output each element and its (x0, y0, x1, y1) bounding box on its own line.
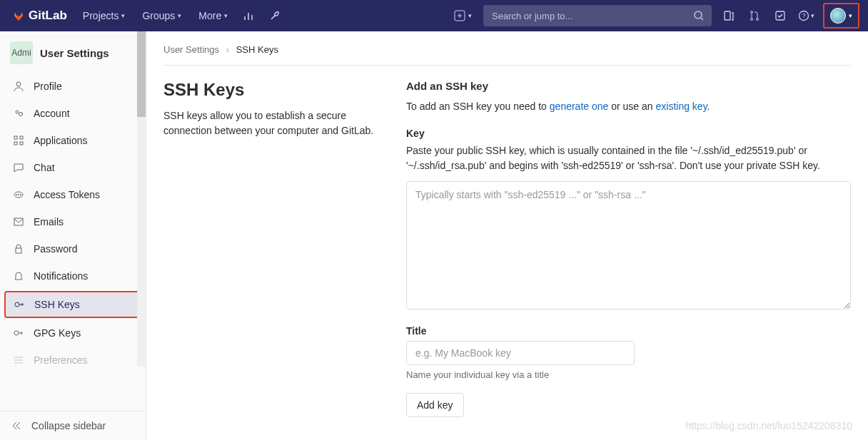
search-input[interactable] (483, 5, 712, 26)
sidebar-item-access-tokens[interactable]: Access Tokens (0, 181, 146, 208)
key-title-input[interactable] (406, 341, 635, 365)
help-icon: ? (798, 10, 809, 21)
add-key-button[interactable]: Add key (406, 393, 464, 417)
chart-icon (243, 10, 255, 21)
profile-icon (12, 81, 25, 92)
chevrons-left-icon (10, 420, 23, 431)
breadcrumb: User Settings › SSH Keys (163, 44, 851, 66)
nav-merge-requests-icon[interactable] (742, 0, 767, 31)
nav-projects[interactable]: Projects▾ (74, 0, 134, 31)
nav-activity-icon[interactable] (236, 0, 262, 31)
issues-icon (723, 10, 735, 21)
sidebar-item-gpg-keys[interactable]: GPG Keys (0, 319, 146, 347)
breadcrumb-root[interactable]: User Settings (163, 44, 219, 55)
sidebar-item-chat[interactable]: Chat (0, 154, 146, 181)
merge-request-icon (749, 10, 760, 21)
nav-user-menu[interactable]: ▾ (823, 3, 859, 29)
sidebar-avatar: Admi (10, 41, 33, 64)
svg-point-4 (751, 19, 753, 21)
nav-plus[interactable]: ▾ (447, 10, 479, 21)
sidebar-item-applications[interactable]: Applications (0, 127, 146, 154)
svg-rect-21 (16, 248, 21, 253)
svg-rect-14 (14, 142, 17, 145)
svg-rect-2 (725, 11, 730, 20)
sidebar-item-account[interactable]: Account (0, 100, 146, 127)
lock-icon (12, 243, 25, 255)
sidebar-item-emails[interactable]: Emails (0, 208, 146, 235)
sidebar-scroll-thumb[interactable] (137, 31, 146, 117)
svg-point-22 (15, 302, 19, 307)
nav-more[interactable]: More▾ (190, 0, 236, 31)
svg-point-10 (16, 111, 19, 113)
ssh-key-textarea[interactable] (406, 181, 851, 309)
chevron-down-icon: ▾ (468, 12, 472, 19)
bell-icon (12, 270, 25, 282)
svg-rect-20 (14, 218, 23, 225)
key-field-label: Key (406, 128, 851, 139)
chevron-right-icon: › (226, 44, 229, 55)
svg-point-18 (18, 194, 19, 195)
sidebar-item-notifications[interactable]: Notifications (0, 262, 146, 290)
key-icon (13, 299, 26, 310)
sidebar-item-profile[interactable]: Profile (0, 73, 146, 100)
breadcrumb-current: SSH Keys (236, 44, 278, 55)
sidebar: Admi User Settings Profile Account Appli… (0, 31, 146, 440)
apps-icon (12, 135, 25, 146)
nav-issues-icon[interactable] (716, 0, 742, 31)
generate-key-link[interactable]: generate one (550, 101, 609, 112)
svg-point-17 (16, 194, 17, 195)
gitlab-icon (13, 10, 24, 21)
nav-todos-icon[interactable] (767, 0, 793, 31)
sidebar-item-password[interactable]: Password (0, 235, 146, 262)
nav-search (483, 5, 712, 26)
svg-point-23 (14, 331, 19, 335)
chevron-down-icon: ▾ (811, 12, 814, 19)
title-help-text: Name your individual key via a title (406, 369, 851, 380)
key-icon (12, 327, 25, 339)
search-icon[interactable] (693, 10, 705, 24)
form-heading: Add an SSH key (406, 80, 851, 92)
svg-point-5 (757, 19, 759, 21)
chevron-down-icon: ▾ (849, 12, 852, 19)
svg-rect-12 (14, 136, 17, 139)
svg-rect-15 (20, 142, 23, 145)
chevron-down-icon: ▾ (178, 12, 181, 19)
svg-point-9 (16, 82, 21, 86)
main-content: User Settings › SSH Keys SSH Keys SSH ke… (146, 31, 868, 440)
avatar (830, 8, 846, 24)
brand-text: GitLab (29, 9, 67, 23)
sidebar-header: Admi User Settings (0, 31, 146, 73)
svg-rect-13 (20, 136, 23, 139)
svg-text:?: ? (802, 12, 805, 19)
wrench-icon (269, 10, 281, 21)
chevron-down-icon: ▾ (121, 12, 125, 19)
sidebar-item-preferences[interactable]: Preferences (0, 347, 146, 374)
nav-help-icon[interactable]: ?▾ (793, 0, 819, 31)
gitlab-logo[interactable]: GitLab (6, 9, 74, 23)
plus-square-icon (454, 10, 465, 21)
collapse-sidebar[interactable]: Collapse sidebar (0, 411, 146, 440)
key-help-text: Paste your public SSH key, which is usua… (406, 143, 851, 174)
existing-key-link[interactable]: existing key (656, 101, 707, 112)
svg-point-1 (695, 11, 702, 19)
form-intro: To add an SSH key you need to generate o… (406, 99, 851, 115)
sidebar-title: User Settings (40, 47, 109, 59)
todos-icon (774, 10, 786, 21)
chat-icon (12, 162, 25, 173)
token-icon (12, 189, 25, 200)
title-field-label: Title (406, 325, 851, 337)
chevron-down-icon: ▾ (224, 12, 228, 19)
svg-point-3 (751, 11, 753, 14)
pref-icon (12, 354, 25, 366)
watermark: https://blog.csdn.net/luo15242208310 (685, 420, 852, 431)
nav-groups[interactable]: Groups▾ (133, 0, 190, 31)
mail-icon (12, 216, 25, 227)
svg-point-19 (20, 194, 21, 195)
account-icon (12, 108, 25, 119)
page-title: SSH Keys (163, 80, 378, 100)
top-navbar: GitLab Projects▾ Groups▾ More▾ ▾ ?▾ ▾ (0, 0, 868, 31)
sidebar-item-ssh-keys[interactable]: SSH Keys (4, 291, 141, 318)
page-description: SSH keys allow you to establish a secure… (163, 108, 378, 138)
nav-wrench-icon[interactable] (262, 0, 288, 31)
